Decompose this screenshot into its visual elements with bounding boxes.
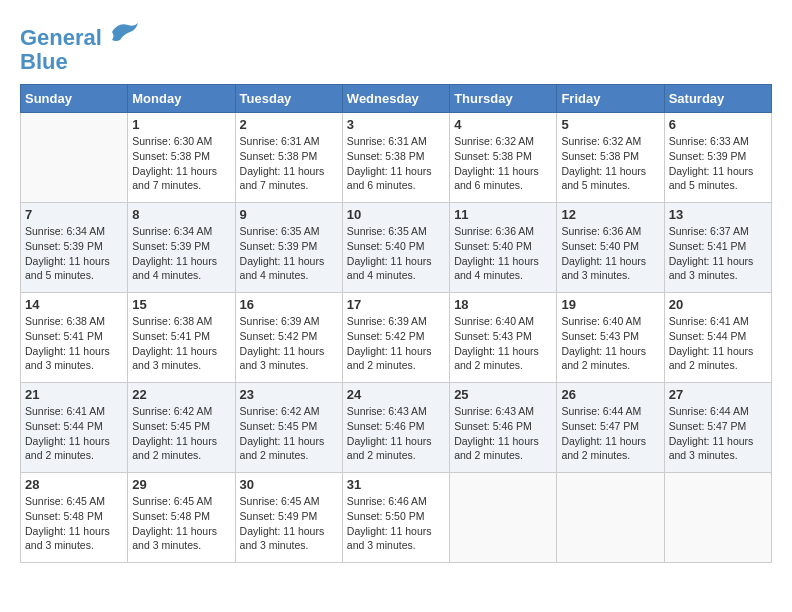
calendar-cell [557, 473, 664, 563]
day-info: Sunrise: 6:32 AMSunset: 5:38 PMDaylight:… [561, 134, 659, 193]
calendar-cell [664, 473, 771, 563]
day-number: 28 [25, 477, 123, 492]
day-number: 25 [454, 387, 552, 402]
day-number: 19 [561, 297, 659, 312]
day-info: Sunrise: 6:31 AMSunset: 5:38 PMDaylight:… [240, 134, 338, 193]
calendar-cell: 23Sunrise: 6:42 AMSunset: 5:45 PMDayligh… [235, 383, 342, 473]
calendar-cell: 12Sunrise: 6:36 AMSunset: 5:40 PMDayligh… [557, 203, 664, 293]
calendar-cell: 16Sunrise: 6:39 AMSunset: 5:42 PMDayligh… [235, 293, 342, 383]
day-info: Sunrise: 6:38 AMSunset: 5:41 PMDaylight:… [132, 314, 230, 373]
day-info: Sunrise: 6:43 AMSunset: 5:46 PMDaylight:… [347, 404, 445, 463]
calendar-cell: 10Sunrise: 6:35 AMSunset: 5:40 PMDayligh… [342, 203, 449, 293]
day-number: 15 [132, 297, 230, 312]
day-info: Sunrise: 6:30 AMSunset: 5:38 PMDaylight:… [132, 134, 230, 193]
calendar-cell: 18Sunrise: 6:40 AMSunset: 5:43 PMDayligh… [450, 293, 557, 383]
day-info: Sunrise: 6:37 AMSunset: 5:41 PMDaylight:… [669, 224, 767, 283]
day-info: Sunrise: 6:35 AMSunset: 5:40 PMDaylight:… [347, 224, 445, 283]
day-info: Sunrise: 6:42 AMSunset: 5:45 PMDaylight:… [132, 404, 230, 463]
day-info: Sunrise: 6:44 AMSunset: 5:47 PMDaylight:… [561, 404, 659, 463]
day-number: 14 [25, 297, 123, 312]
day-info: Sunrise: 6:33 AMSunset: 5:39 PMDaylight:… [669, 134, 767, 193]
weekday-header-tuesday: Tuesday [235, 85, 342, 113]
calendar-cell: 30Sunrise: 6:45 AMSunset: 5:49 PMDayligh… [235, 473, 342, 563]
day-number: 23 [240, 387, 338, 402]
calendar-cell [450, 473, 557, 563]
calendar-cell: 29Sunrise: 6:45 AMSunset: 5:48 PMDayligh… [128, 473, 235, 563]
logo: General Blue [20, 20, 140, 74]
day-number: 11 [454, 207, 552, 222]
calendar-cell: 1Sunrise: 6:30 AMSunset: 5:38 PMDaylight… [128, 113, 235, 203]
calendar-cell: 6Sunrise: 6:33 AMSunset: 5:39 PMDaylight… [664, 113, 771, 203]
day-info: Sunrise: 6:45 AMSunset: 5:49 PMDaylight:… [240, 494, 338, 553]
logo-general: General [20, 25, 102, 50]
weekday-header-monday: Monday [128, 85, 235, 113]
day-number: 30 [240, 477, 338, 492]
weekday-header-saturday: Saturday [664, 85, 771, 113]
day-info: Sunrise: 6:40 AMSunset: 5:43 PMDaylight:… [454, 314, 552, 373]
calendar-cell: 11Sunrise: 6:36 AMSunset: 5:40 PMDayligh… [450, 203, 557, 293]
day-info: Sunrise: 6:39 AMSunset: 5:42 PMDaylight:… [347, 314, 445, 373]
day-info: Sunrise: 6:40 AMSunset: 5:43 PMDaylight:… [561, 314, 659, 373]
calendar-cell: 3Sunrise: 6:31 AMSunset: 5:38 PMDaylight… [342, 113, 449, 203]
day-number: 3 [347, 117, 445, 132]
day-info: Sunrise: 6:34 AMSunset: 5:39 PMDaylight:… [25, 224, 123, 283]
calendar-cell: 21Sunrise: 6:41 AMSunset: 5:44 PMDayligh… [21, 383, 128, 473]
day-info: Sunrise: 6:45 AMSunset: 5:48 PMDaylight:… [25, 494, 123, 553]
day-number: 17 [347, 297, 445, 312]
calendar-week-5: 28Sunrise: 6:45 AMSunset: 5:48 PMDayligh… [21, 473, 772, 563]
day-number: 6 [669, 117, 767, 132]
calendar-cell: 5Sunrise: 6:32 AMSunset: 5:38 PMDaylight… [557, 113, 664, 203]
day-info: Sunrise: 6:41 AMSunset: 5:44 PMDaylight:… [25, 404, 123, 463]
calendar-week-2: 7Sunrise: 6:34 AMSunset: 5:39 PMDaylight… [21, 203, 772, 293]
day-number: 16 [240, 297, 338, 312]
calendar-cell: 20Sunrise: 6:41 AMSunset: 5:44 PMDayligh… [664, 293, 771, 383]
day-info: Sunrise: 6:41 AMSunset: 5:44 PMDaylight:… [669, 314, 767, 373]
day-number: 10 [347, 207, 445, 222]
calendar-cell [21, 113, 128, 203]
day-number: 1 [132, 117, 230, 132]
calendar-week-4: 21Sunrise: 6:41 AMSunset: 5:44 PMDayligh… [21, 383, 772, 473]
calendar-cell: 31Sunrise: 6:46 AMSunset: 5:50 PMDayligh… [342, 473, 449, 563]
day-number: 18 [454, 297, 552, 312]
day-info: Sunrise: 6:36 AMSunset: 5:40 PMDaylight:… [561, 224, 659, 283]
day-number: 12 [561, 207, 659, 222]
calendar-cell: 19Sunrise: 6:40 AMSunset: 5:43 PMDayligh… [557, 293, 664, 383]
calendar-week-3: 14Sunrise: 6:38 AMSunset: 5:41 PMDayligh… [21, 293, 772, 383]
calendar-cell: 26Sunrise: 6:44 AMSunset: 5:47 PMDayligh… [557, 383, 664, 473]
calendar-body: 1Sunrise: 6:30 AMSunset: 5:38 PMDaylight… [21, 113, 772, 563]
day-number: 22 [132, 387, 230, 402]
calendar-cell: 28Sunrise: 6:45 AMSunset: 5:48 PMDayligh… [21, 473, 128, 563]
day-info: Sunrise: 6:39 AMSunset: 5:42 PMDaylight:… [240, 314, 338, 373]
day-info: Sunrise: 6:31 AMSunset: 5:38 PMDaylight:… [347, 134, 445, 193]
day-number: 21 [25, 387, 123, 402]
calendar-cell: 8Sunrise: 6:34 AMSunset: 5:39 PMDaylight… [128, 203, 235, 293]
weekday-header-sunday: Sunday [21, 85, 128, 113]
day-number: 26 [561, 387, 659, 402]
day-info: Sunrise: 6:34 AMSunset: 5:39 PMDaylight:… [132, 224, 230, 283]
calendar-cell: 7Sunrise: 6:34 AMSunset: 5:39 PMDaylight… [21, 203, 128, 293]
weekday-header-friday: Friday [557, 85, 664, 113]
day-number: 20 [669, 297, 767, 312]
calendar-cell: 4Sunrise: 6:32 AMSunset: 5:38 PMDaylight… [450, 113, 557, 203]
calendar-week-1: 1Sunrise: 6:30 AMSunset: 5:38 PMDaylight… [21, 113, 772, 203]
calendar-cell: 25Sunrise: 6:43 AMSunset: 5:46 PMDayligh… [450, 383, 557, 473]
calendar-table: SundayMondayTuesdayWednesdayThursdayFrid… [20, 84, 772, 563]
weekday-header-thursday: Thursday [450, 85, 557, 113]
day-info: Sunrise: 6:45 AMSunset: 5:48 PMDaylight:… [132, 494, 230, 553]
day-info: Sunrise: 6:43 AMSunset: 5:46 PMDaylight:… [454, 404, 552, 463]
calendar-cell: 13Sunrise: 6:37 AMSunset: 5:41 PMDayligh… [664, 203, 771, 293]
calendar-cell: 17Sunrise: 6:39 AMSunset: 5:42 PMDayligh… [342, 293, 449, 383]
day-number: 5 [561, 117, 659, 132]
day-info: Sunrise: 6:46 AMSunset: 5:50 PMDaylight:… [347, 494, 445, 553]
day-info: Sunrise: 6:42 AMSunset: 5:45 PMDaylight:… [240, 404, 338, 463]
day-number: 27 [669, 387, 767, 402]
calendar-cell: 15Sunrise: 6:38 AMSunset: 5:41 PMDayligh… [128, 293, 235, 383]
calendar-cell: 27Sunrise: 6:44 AMSunset: 5:47 PMDayligh… [664, 383, 771, 473]
day-info: Sunrise: 6:38 AMSunset: 5:41 PMDaylight:… [25, 314, 123, 373]
day-number: 9 [240, 207, 338, 222]
calendar-cell: 14Sunrise: 6:38 AMSunset: 5:41 PMDayligh… [21, 293, 128, 383]
day-info: Sunrise: 6:36 AMSunset: 5:40 PMDaylight:… [454, 224, 552, 283]
day-number: 13 [669, 207, 767, 222]
day-number: 29 [132, 477, 230, 492]
logo-bird-icon [110, 20, 140, 45]
